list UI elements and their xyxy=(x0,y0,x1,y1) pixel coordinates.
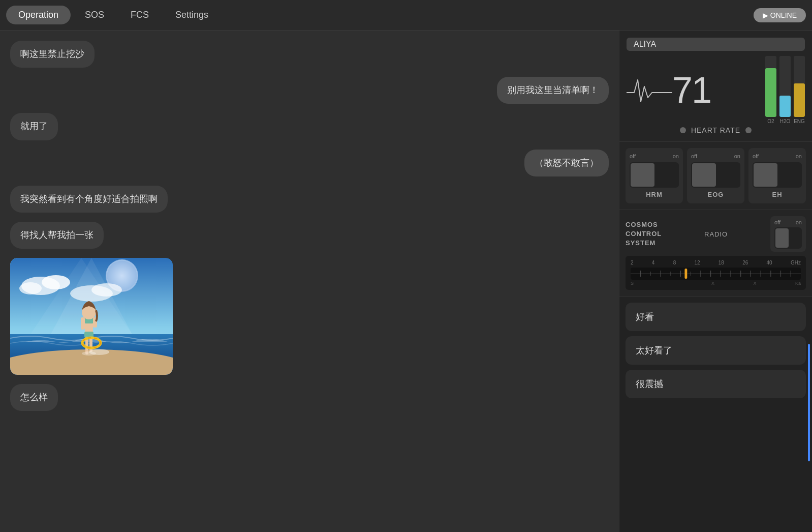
bar-fill-h2o xyxy=(779,96,791,117)
freq-ticks-svg xyxy=(631,268,801,280)
freq-4: 4 xyxy=(652,260,655,265)
freq-2: 2 xyxy=(631,260,634,265)
bar-fill-o2 xyxy=(765,68,776,117)
switch-eog-toggle[interactable] xyxy=(691,162,740,188)
freq-12: 12 xyxy=(694,260,700,265)
heart-rate-label: HEART RATE xyxy=(691,126,740,134)
vitals-section: ALIYA 71 O2 xyxy=(619,31,812,141)
band-xb: X xyxy=(753,281,756,286)
bar-h2o: H2O xyxy=(779,56,791,124)
band-ka: Ka xyxy=(795,281,801,286)
freq-8: 8 xyxy=(673,260,676,265)
svg-point-23 xyxy=(82,351,96,356)
tab-operation[interactable]: Operation xyxy=(6,6,71,24)
response-2[interactable]: 太好看了 xyxy=(626,336,806,365)
cosmos-label-group: COSMOS CONTROL SYSTEM xyxy=(626,220,662,248)
switch-hrm-row: off on xyxy=(630,153,679,159)
tab-sos[interactable]: SOS xyxy=(73,6,116,24)
cosmos-label-line2: CONTROL xyxy=(626,229,662,239)
svg-point-6 xyxy=(42,275,70,289)
radio-switch-on: on xyxy=(796,219,802,225)
hr-row: 71 O2 H2O xyxy=(627,56,805,124)
freq-unit: GHz xyxy=(791,260,801,265)
freq-26: 26 xyxy=(742,260,748,265)
tab-fcs[interactable]: FCS xyxy=(118,6,161,24)
bar-label-eng: ENG xyxy=(794,119,805,124)
switch-hrm: off on HRM xyxy=(626,148,683,203)
hr-label-row: HEART RATE xyxy=(627,126,805,134)
response-section: 好看 太好看了 很震撼 xyxy=(619,296,812,532)
switch-eh-label: EH xyxy=(772,191,782,198)
chat-message-7: 怎么样 xyxy=(10,384,58,411)
switch-eog-row: off on xyxy=(691,153,740,159)
radio-label: RADIO xyxy=(704,230,728,238)
bar-label-h2o: H2O xyxy=(780,119,791,124)
bar-track-o2 xyxy=(765,56,776,117)
waveform-svg xyxy=(627,72,672,108)
band-s: S xyxy=(631,281,634,286)
hr-dot-right xyxy=(745,127,752,133)
svg-point-7 xyxy=(19,282,42,294)
chat-message-1: 啊这里禁止挖沙 xyxy=(10,41,95,68)
chat-area[interactable]: 啊这里禁止挖沙 别用我这里当清单啊！ 就用了 （敢怒不敢言） 我突然看到有个角度… xyxy=(0,31,619,532)
radio-switch-module: off on xyxy=(770,216,806,252)
switches-section: off on HRM off on EOG xyxy=(619,141,812,210)
chat-message-3: 就用了 xyxy=(10,113,58,140)
switch-eh-on: on xyxy=(796,153,802,159)
chat-message-2: 别用我这里当清单啊！ xyxy=(497,77,609,104)
switch-eog-knob xyxy=(692,163,716,187)
switch-eh-knob xyxy=(754,163,777,187)
switch-hrm-on: on xyxy=(673,153,679,159)
chat-message-6: 得找人帮我拍一张 xyxy=(10,222,104,249)
radio-switch-off: off xyxy=(774,219,780,225)
band-xa: X xyxy=(711,281,714,286)
top-nav: Operation SOS FCS Settings ▶ ONLINE xyxy=(0,0,812,31)
switch-hrm-toggle[interactable] xyxy=(630,162,679,188)
switch-hrm-label: HRM xyxy=(646,191,663,198)
scroll-indicator xyxy=(808,344,810,462)
chat-image xyxy=(10,258,173,375)
switch-eh-toggle[interactable] xyxy=(753,162,802,188)
switch-eog-label: EOG xyxy=(708,191,724,198)
svg-point-9 xyxy=(91,283,122,297)
character-name: ALIYA xyxy=(627,38,805,51)
bar-fill-eng xyxy=(794,83,805,117)
svg-rect-17 xyxy=(81,317,85,330)
radio-switch-toggle[interactable] xyxy=(774,227,802,249)
freq-18: 18 xyxy=(719,260,724,265)
online-button[interactable]: ▶ ONLINE xyxy=(754,8,806,22)
main-content: 啊这里禁止挖沙 别用我这里当清单啊！ 就用了 （敢怒不敢言） 我突然看到有个角度… xyxy=(0,31,812,532)
bar-track-h2o xyxy=(779,56,791,117)
hr-dot-left xyxy=(680,127,686,133)
radio-section: COSMOS CONTROL SYSTEM RADIO off on xyxy=(619,210,812,296)
bar-o2: O2 xyxy=(765,56,776,124)
response-1[interactable]: 好看 xyxy=(626,303,806,331)
switch-eog: off on EOG xyxy=(687,148,744,203)
hr-left: 71 xyxy=(627,72,760,108)
cosmos-label-line3: SYSTEM xyxy=(626,239,662,248)
radio-header: COSMOS CONTROL SYSTEM RADIO off on xyxy=(626,216,806,252)
cosmos-label-line1: COSMOS xyxy=(626,220,662,229)
chat-message-4: （敢怒不敢言） xyxy=(524,150,609,176)
svg-rect-42 xyxy=(684,269,687,279)
beach-image-svg xyxy=(10,258,173,375)
switch-eh-row: off on xyxy=(753,153,802,159)
switch-eh: off on EH xyxy=(748,148,806,203)
switch-eog-off: off xyxy=(691,153,697,159)
freq-track[interactable] xyxy=(631,268,801,280)
freq-band-labels: S X X Ka xyxy=(631,281,801,286)
vitals-header: ALIYA xyxy=(627,38,805,51)
radio-switch-knob xyxy=(775,228,789,248)
switch-hrm-off: off xyxy=(630,153,636,159)
bar-meters: O2 H2O ENG xyxy=(765,56,805,124)
switch-hrm-knob xyxy=(631,163,654,187)
bar-label-o2: O2 xyxy=(767,119,774,124)
response-3[interactable]: 很震撼 xyxy=(626,370,806,398)
bar-eng: ENG xyxy=(794,56,805,124)
right-panel: ALIYA 71 O2 xyxy=(619,31,812,532)
tab-settings[interactable]: Settings xyxy=(163,6,221,24)
switch-eh-off: off xyxy=(753,153,759,159)
freq-scale: 2 4 8 12 18 26 40 GHz xyxy=(631,260,801,265)
chat-message-5: 我突然看到有个角度好适合拍照啊 xyxy=(10,186,168,213)
freq-bar-container: 2 4 8 12 18 26 40 GHz xyxy=(626,256,806,290)
